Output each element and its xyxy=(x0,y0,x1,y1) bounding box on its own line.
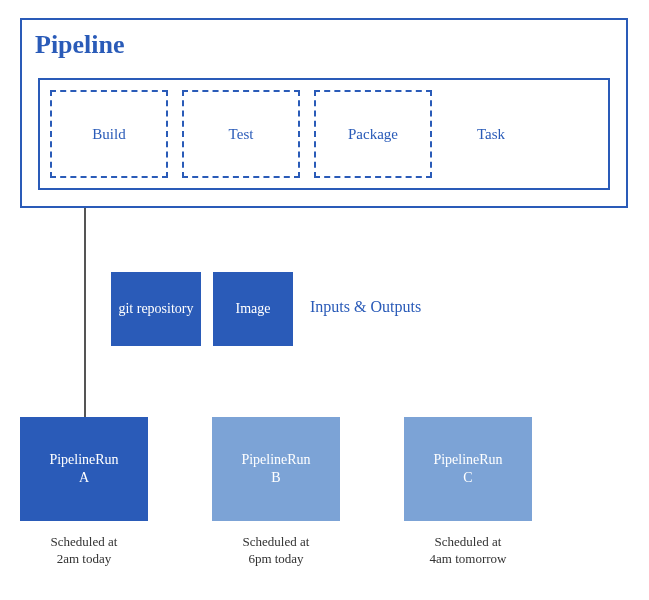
task-type-label: Task xyxy=(446,90,536,178)
io-section-label: Inputs & Outputs xyxy=(310,298,421,316)
task-label: Build xyxy=(92,126,125,143)
task-build: Build xyxy=(50,90,168,178)
task-label: Package xyxy=(348,126,398,143)
schedule-a: Scheduled at 2am today xyxy=(20,534,148,568)
pipelinerun-b: PipelineRun B xyxy=(212,417,340,521)
io-git-repository: git repository xyxy=(111,272,201,346)
pipelinerun-label: PipelineRun A xyxy=(49,451,118,487)
io-image: Image xyxy=(213,272,293,346)
task-package: Package xyxy=(314,90,432,178)
connector-line xyxy=(84,208,86,417)
task-test: Test xyxy=(182,90,300,178)
pipeline-tasks-row: Build Test Package Task xyxy=(38,78,610,190)
io-image-label: Image xyxy=(236,301,271,317)
diagram-canvas: Pipeline Build Test Package Task git rep… xyxy=(0,0,649,600)
pipelinerun-c: PipelineRun C xyxy=(404,417,532,521)
pipelinerun-label: PipelineRun C xyxy=(433,451,502,487)
schedule-b: Scheduled at 6pm today xyxy=(212,534,340,568)
pipelinerun-a: PipelineRun A xyxy=(20,417,148,521)
schedule-c: Scheduled at 4am tomorrow xyxy=(404,534,532,568)
task-label: Test xyxy=(229,126,254,143)
pipelinerun-label: PipelineRun B xyxy=(241,451,310,487)
pipeline-title: Pipeline xyxy=(35,30,125,60)
io-git-label: git repository xyxy=(118,300,193,318)
